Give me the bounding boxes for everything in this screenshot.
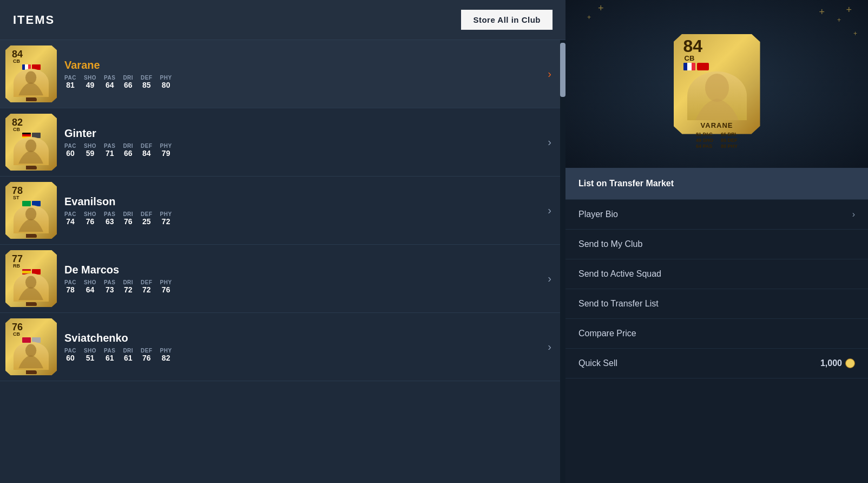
players-list: 84 CB Varane [0,40,560,483]
player-name: Varane [64,59,542,71]
card-preview-area: + + + + + + 84 CB [565,0,868,168]
stat-value: 25 [142,217,151,226]
stat-value: 79 [162,149,170,158]
card-content: 78 ST [5,182,57,239]
card-player-img [14,69,49,97]
stat-label: PAS [104,348,115,354]
card-rating: 77 [12,254,23,264]
preview-player-image [687,71,747,120]
store-all-button[interactable]: Store All in Club [461,10,553,30]
stat-value: 76 [86,217,95,226]
stat-group: SHO 64 [84,279,96,294]
card-shoe [26,166,37,169]
stat-value: 82 [162,354,170,362]
stat-label: DEF [141,211,153,217]
stat-group: PAC 60 [64,348,76,362]
stat-label: DEF [141,348,153,354]
action-item[interactable]: Send to My Club [565,230,868,259]
deco-plus-4: + [853,30,857,37]
stat-group: DRI 61 [123,348,133,362]
stat-value: 84 [142,149,151,158]
card-player-img [14,137,49,165]
card-player-img [14,205,49,233]
player-silhouette-icon [16,273,46,302]
preview-stat-line: 85 DEF [721,138,738,143]
player-silhouette-svg [687,71,747,120]
card-shoe [26,370,37,374]
action-item-label: Compare Price [578,329,636,338]
flag-country [22,201,31,206]
stat-label: DEF [141,143,153,149]
stat-label: DRI [123,75,133,81]
stat-group: PAS 63 [104,211,115,226]
stat-label: PAC [64,279,76,285]
card-position: CB [13,127,20,132]
stat-label: PAS [104,75,115,81]
preview-player-name: VARANE [701,121,733,129]
stat-value: 74 [66,217,75,226]
stat-label: PAC [64,143,76,149]
svg-point-0 [25,71,36,84]
stat-group: PHY 79 [160,143,172,158]
scrollbar[interactable] [560,40,565,483]
stat-label: PAC [64,211,76,217]
player-silhouette-icon [16,342,46,370]
player-card: 84 CB [5,45,57,102]
action-item[interactable]: Send to Active Squad [565,259,868,289]
stat-value: 49 [86,81,95,89]
player-info: Ginter PAC 60 SHO 59 PA [64,127,542,158]
action-item[interactable]: Compare Price [565,319,868,349]
chevron-right-icon: › [548,272,551,285]
stat-label: PHY [160,143,172,149]
stat-value: 61 [106,354,114,362]
card-position: ST [13,195,19,200]
stat-label: DEF [141,75,153,81]
player-row[interactable]: 77 RB De Marcos [0,245,560,313]
action-item-label: Quick Sell [578,358,617,368]
stat-group: DEF 76 [141,348,153,362]
stat-value: 80 [162,81,170,89]
svg-point-4 [25,344,36,357]
chevron-right-icon: › [548,136,551,148]
stat-value: 60 [66,354,75,362]
player-row[interactable]: 82 CB Ginter [0,108,560,177]
preview-card-content: 84 CB VARANE 81 PAC49 SHO64 PAS 66 DRI85 [674,34,760,134]
deco-plus-5: + [598,3,604,14]
stat-group: PAC 78 [64,279,76,294]
card-player-img [14,273,49,302]
card-content: 82 CB [5,114,57,171]
chevron-right-icon: › [852,210,855,219]
deco-plus-1: + [819,6,825,18]
action-item[interactable]: Player Bio › [565,200,868,230]
player-silhouette-icon [16,205,46,233]
card-shoe [26,234,37,238]
svg-point-2 [25,207,36,220]
stat-group: PHY 76 [160,279,172,294]
list-transfer-button[interactable]: List on Transfer Market [565,168,868,200]
card-rating: 76 [12,322,23,332]
action-item[interactable]: Send to Transfer List [565,289,868,319]
stat-label: SHO [84,348,96,354]
stat-value: 63 [106,217,114,226]
svg-point-1 [25,139,36,152]
chevron-right-icon: › [548,204,551,217]
action-item[interactable]: Quick Sell 1,000 [565,349,868,378]
preview-flag-france [683,63,695,70]
player-name: Ginter [64,127,542,140]
player-row[interactable]: 84 CB Varane [0,40,560,108]
preview-rating: 84 [683,37,703,55]
player-name: Sviatchenko [64,332,542,344]
preview-stat-line: 80 PHY [721,143,738,149]
stat-group: SHO 59 [84,143,96,158]
player-row[interactable]: 76 CB Sviatchenko [0,313,560,381]
stat-group: DEF 84 [141,143,153,158]
stat-value: 61 [124,354,133,362]
stat-group: DRI 76 [123,211,133,226]
player-row[interactable]: 78 ST Evanilson [0,177,560,245]
stats-row: PAC 81 SHO 49 PAS 64 [64,75,542,89]
stat-label: DRI [123,279,133,285]
stat-value: 66 [124,81,133,89]
card-content: 76 CB [5,318,57,375]
card-shoe [26,302,37,306]
player-silhouette-icon [16,69,46,97]
